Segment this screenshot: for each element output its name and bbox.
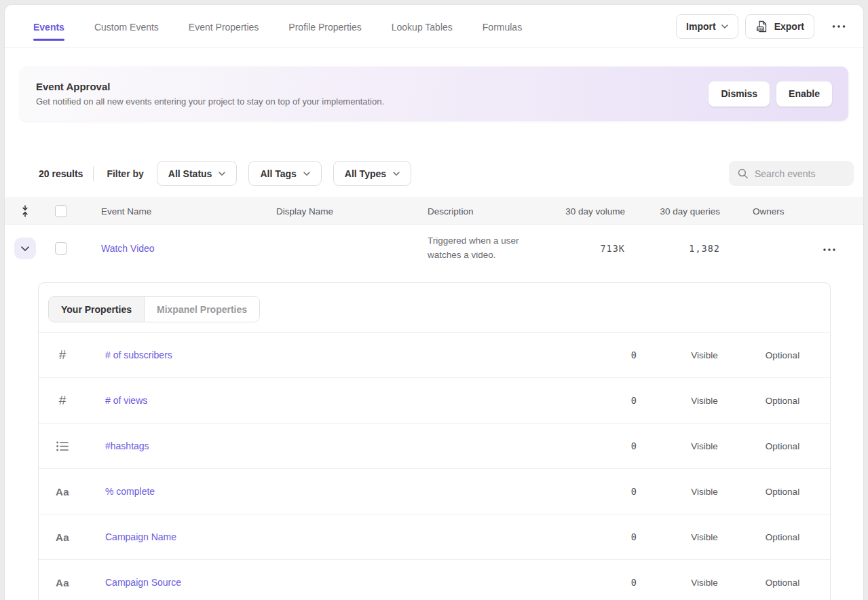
property-row: AaCampaign Source0VisibleOptional — [39, 560, 830, 600]
more-options-button[interactable] — [828, 14, 850, 39]
column-header-description: Description — [419, 206, 550, 217]
text-icon: Aa — [39, 577, 86, 588]
dismiss-button[interactable]: Dismiss — [709, 81, 770, 107]
export-button-label: Export — [774, 21, 804, 32]
property-requirement: Optional — [735, 396, 830, 406]
collapse-all-icon[interactable] — [5, 205, 45, 217]
row-more-options-button[interactable] — [819, 244, 839, 255]
property-requirement: Optional — [735, 441, 830, 451]
csv-file-icon: csv — [755, 20, 769, 33]
property-requirement: Optional — [735, 578, 830, 588]
property-value: 0 — [592, 395, 674, 406]
search-icon — [737, 168, 749, 179]
active-tab-underline — [189, 39, 259, 41]
dropdown-label: All Status — [168, 168, 212, 179]
export-button[interactable]: csv Export — [745, 14, 814, 39]
property-row: ## of views0VisibleOptional — [39, 378, 830, 424]
tab-profile-properties[interactable]: Profile Properties — [288, 12, 361, 41]
list-icon — [39, 441, 86, 451]
property-name-link[interactable]: #hashtags — [86, 440, 592, 451]
column-header-volume: 30 day volume — [550, 206, 625, 217]
text-icon: Aa — [39, 531, 86, 543]
top-nav: EventsCustom EventsEvent PropertiesProfi… — [5, 5, 863, 48]
property-visibility: Visible — [674, 578, 735, 588]
chevron-down-icon — [21, 246, 29, 251]
text-icon: Aa — [39, 486, 86, 498]
property-row: ## of subscribers0VisibleOptional — [39, 333, 830, 378]
column-header-event-name: Event Name — [77, 206, 268, 217]
property-requirement: Optional — [735, 350, 830, 360]
properties-panel-header: Your PropertiesMixpanel Properties — [39, 283, 830, 333]
event-queries: 1,382 — [625, 243, 720, 254]
search-input[interactable] — [755, 168, 846, 179]
table-row: Watch Video Triggered when a user watche… — [5, 225, 863, 272]
event-name-link[interactable]: Watch Video — [77, 243, 268, 254]
chevron-down-icon — [721, 24, 728, 29]
ellipsis-icon — [823, 248, 835, 251]
property-row: Aa% complete0VisibleOptional — [39, 469, 830, 514]
tab-label: Custom Events — [94, 22, 159, 33]
property-visibility: Visible — [674, 441, 735, 451]
tab-event-properties[interactable]: Event Properties — [189, 12, 259, 41]
filter-bar: 20 results Filter by All StatusAll TagsA… — [39, 161, 854, 186]
property-value: 0 — [592, 531, 674, 542]
active-tab-underline — [94, 39, 159, 41]
tab-label: Profile Properties — [288, 22, 361, 33]
import-button-label: Import — [686, 21, 716, 32]
property-name-link[interactable]: # of subscribers — [86, 350, 592, 360]
property-name-link[interactable]: # of views — [86, 395, 592, 406]
tab-label: Events — [33, 22, 64, 33]
filter-dropdown-all-tags[interactable]: All Tags — [248, 161, 321, 186]
tab-label: Formulas — [483, 22, 522, 33]
property-visibility: Visible — [674, 487, 735, 497]
property-value: 0 — [592, 440, 674, 451]
event-approval-banner: Event Approval Get notified on all new e… — [20, 67, 848, 121]
property-value: 0 — [592, 350, 674, 360]
property-requirement: Optional — [735, 532, 830, 542]
property-name-link[interactable]: Campaign Name — [86, 531, 592, 542]
filter-by-label: Filter by — [107, 168, 143, 179]
ellipsis-icon — [832, 25, 846, 28]
nav-tabs: EventsCustom EventsEvent PropertiesProfi… — [33, 12, 522, 41]
banner-title: Event Approval — [36, 81, 384, 92]
select-all-checkbox[interactable] — [55, 205, 67, 217]
banner-text: Event Approval Get notified on all new e… — [36, 81, 384, 107]
properties-tab-mixpanel-properties[interactable]: Mixpanel Properties — [144, 297, 259, 322]
filter-dropdown-all-types[interactable]: All Types — [333, 161, 411, 186]
enable-button[interactable]: Enable — [776, 81, 832, 107]
properties-tab-switcher: Your PropertiesMixpanel Properties — [48, 296, 260, 322]
filter-dropdown-all-status[interactable]: All Status — [157, 161, 238, 186]
dropdown-label: All Tags — [260, 168, 296, 179]
page-card: EventsCustom EventsEvent PropertiesProfi… — [4, 4, 864, 600]
table-header: Event Name Display Name Description 30 d… — [5, 198, 863, 225]
banner-actions: Dismiss Enable — [709, 81, 832, 107]
column-header-display-name: Display Name — [268, 206, 419, 217]
tab-custom-events[interactable]: Custom Events — [94, 12, 159, 41]
import-button[interactable]: Import — [676, 14, 738, 39]
filter-dropdowns: All StatusAll TagsAll Types — [157, 161, 411, 186]
property-value: 0 — [592, 577, 674, 588]
event-volume: 713K — [550, 243, 625, 254]
tab-formulas[interactable]: Formulas — [483, 12, 522, 41]
collapse-row-button[interactable] — [14, 238, 36, 259]
banner-description: Get notified on all new events entering … — [36, 96, 384, 107]
tab-lookup-tables[interactable]: Lookup Tables — [392, 12, 453, 41]
results-count: 20 results — [39, 168, 83, 179]
property-visibility: Visible — [674, 350, 735, 360]
tab-events[interactable]: Events — [33, 12, 64, 41]
properties-tab-your-properties[interactable]: Your Properties — [49, 297, 144, 322]
nav-actions: Import csv Export — [676, 14, 850, 39]
property-visibility: Visible — [674, 532, 735, 542]
divider — [93, 166, 94, 181]
search-box[interactable] — [729, 161, 854, 186]
chevron-down-icon — [219, 172, 225, 176]
chevron-down-icon — [393, 172, 400, 176]
property-visibility: Visible — [674, 396, 735, 406]
property-name-link[interactable]: Campaign Source — [86, 577, 592, 588]
column-header-queries: 30 day queries — [625, 206, 720, 217]
tab-label: Event Properties — [189, 22, 259, 33]
property-name-link[interactable]: % complete — [86, 486, 592, 497]
row-checkbox[interactable] — [55, 242, 67, 255]
active-tab-underline — [392, 39, 453, 41]
active-tab-underline — [483, 39, 522, 41]
